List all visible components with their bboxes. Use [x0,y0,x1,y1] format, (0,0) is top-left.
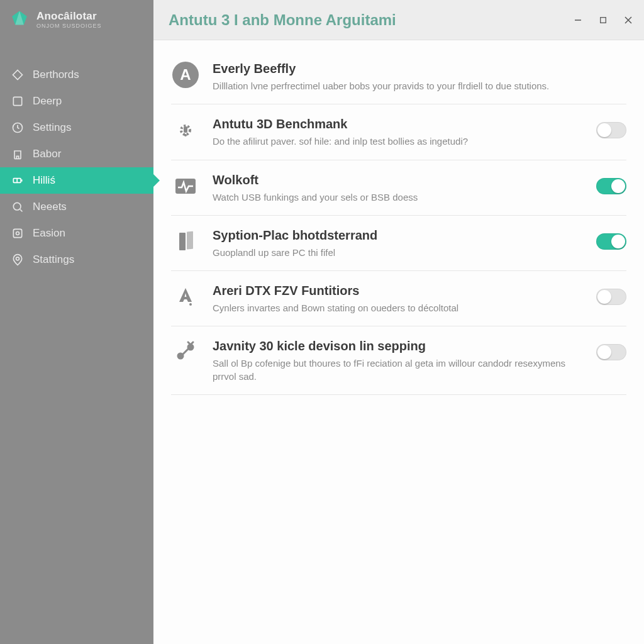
toggle-syption[interactable] [596,233,626,250]
pin-icon [11,253,24,266]
window-controls [572,14,634,26]
svg-rect-0 [13,97,21,105]
page-title: Antutu 3 I anb Monne Arguitami [169,11,572,29]
sidebar-item-label: Berthords [33,69,79,81]
row-desc: Do the afilirut paver. sof hile: and inl… [213,135,576,148]
sidebar-item-babor[interactable]: Babor [0,141,153,167]
main: Antutu 3 I anb Monne Arguitami A Everly … [153,0,644,644]
row-title: Javnity 30 kicle devison lin sepping [213,339,576,353]
square-icon [11,95,24,108]
titlebar: Antutu 3 I anb Monne Arguitami [153,0,644,40]
sidebar-nav: Berthords Deerp Settings Babor Hilliś Ne… [0,62,153,273]
search-icon [11,201,24,213]
sidebar-item-label: Settings [33,121,71,134]
row-title: Everly Beeffly [213,62,626,76]
sidebar: Anocâilotar ONJOM SUSDOIGES Berthords De… [0,0,153,644]
sidebar-item-label: Stattings [33,253,74,266]
svg-rect-15 [179,233,186,250]
row-title: Wolkoft [213,173,576,187]
maximize-icon [599,16,607,24]
activity-icon [171,172,200,201]
sidebar-item-label: Easion [33,227,65,240]
a-dot-icon [171,282,200,311]
svg-rect-8 [601,17,606,23]
row-title: Antutu 3D Benchmank [213,117,576,131]
svg-point-13 [184,134,187,136]
svg-rect-16 [187,231,193,250]
brand: Anocâilotar ONJOM SUSDOIGES [0,0,153,43]
sidebar-item-label: Babor [33,148,61,160]
close-icon [624,16,633,25]
badge-a-icon: A [171,60,200,89]
toggle-wolkoft[interactable] [596,178,626,194]
settings-row-areri: Areri DTX FZV Funtitiors Cynlers invarte… [171,271,626,326]
sidebar-item-berthords[interactable]: Berthords [0,62,153,88]
sidebar-item-label: Deerp [33,95,62,108]
battery-icon [11,174,24,187]
svg-point-6 [16,257,19,260]
settings-row-antutu: Antutu 3D Benchmank Do the afilirut pave… [171,104,626,160]
minimize-button[interactable] [572,14,584,26]
svg-point-17 [189,303,192,306]
row-desc: Sall ol Bp cofenige but thoures to fFi r… [213,357,576,383]
sidebar-item-label: Neeets [33,201,67,213]
share-nodes-icon [171,338,200,367]
panel-icon [171,227,200,256]
toggle-antutu[interactable] [596,122,626,138]
row-desc: Dilllation lvne perfrectimel uaber bobs … [213,80,626,92]
sidebar-item-settings[interactable]: Settings [0,114,153,141]
row-title: Areri DTX FZV Funtitiors [213,284,576,298]
sidebar-item-deerp[interactable]: Deerp [0,88,153,114]
gear-dots-icon [171,116,200,145]
settings-row-syption: Syption-Plac bhotdsterrand Guoplandl up … [171,216,626,271]
dashboard-icon [11,227,24,240]
building-icon [11,148,24,160]
settings-row-wolkoft: Wolkoft Watch USB funkings and your sels… [171,160,626,216]
clock-icon [11,121,24,134]
toggle-areri[interactable] [596,289,626,305]
svg-point-3 [13,203,21,210]
brand-subtitle: ONJOM SUSDOIGES [36,23,102,29]
minimize-icon [574,16,582,25]
sidebar-item-label: Hilliś [33,174,55,187]
sidebar-item-hillis[interactable]: Hilliś [0,167,153,194]
row-desc: Watch USB funkings and your sels or BSB … [213,191,576,204]
sidebar-item-neeets[interactable]: Neeets [0,194,153,220]
close-button[interactable] [623,14,634,26]
row-desc: Guoplandl up sare PC thi fifel [213,247,576,259]
diamond-icon [11,69,24,81]
toggle-javnity[interactable] [596,344,626,360]
app-logo-icon [9,9,30,30]
svg-rect-12 [184,126,187,133]
row-desc: Cynlers invartes and Bown stating on oue… [213,302,576,314]
row-title: Syption-Plac bhotdsterrand [213,228,576,243]
sidebar-item-easion[interactable]: Easion [0,220,153,247]
sidebar-item-stattings[interactable]: Stattings [0,247,153,273]
settings-list: A Everly Beeffly Dilllation lvne perfrec… [153,40,644,395]
maximize-button[interactable] [597,14,609,26]
brand-title: Anocâilotar [36,10,102,23]
settings-row-everly: A Everly Beeffly Dilllation lvne perfrec… [171,48,626,104]
svg-point-5 [16,232,19,235]
svg-rect-4 [13,229,21,237]
settings-row-javnity: Javnity 30 kicle devison lin sepping Sal… [171,326,626,395]
